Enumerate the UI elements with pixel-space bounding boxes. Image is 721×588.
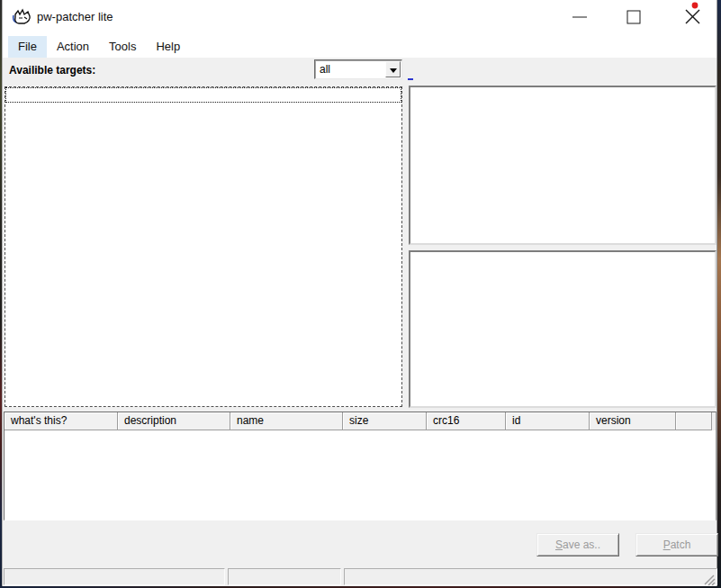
table-body-empty[interactable] [5,430,716,520]
screen: pw-patcher lite File [0,0,721,588]
column-header-name[interactable]: name [230,412,343,430]
column-header-whats-this[interactable]: what's this? [5,412,118,430]
save-as-button[interactable]: Save as.. [536,533,619,556]
app-icon [11,7,32,29]
menu-help[interactable]: Help [146,36,190,58]
save-as-label: ave as.. [563,538,600,551]
files-table[interactable]: what's this? description name size crc16… [4,412,716,520]
table-header-row: what's this? description name size crc16… [5,412,716,430]
app-window: pw-patcher lite File [2,0,717,586]
minimize-button[interactable] [559,0,600,32]
dropdown-button[interactable] [385,61,401,77]
menu-tools[interactable]: Tools [99,36,146,58]
status-bar [3,565,716,586]
save-as-accelerator: S [555,538,563,551]
info-panel-top [409,86,716,245]
menu-bar: File Action Tools Help [3,36,716,58]
column-header-size[interactable]: size [343,412,427,430]
status-panel-3 [344,568,717,585]
patch-accelerator: P [663,538,671,551]
maximize-button[interactable] [613,0,654,32]
info-panel-bottom [409,250,716,408]
column-header-crc16[interactable]: crc16 [427,412,506,430]
desktop-background-right [717,0,721,588]
targets-filter-dropdown[interactable]: all [314,59,402,79]
title-bar[interactable]: pw-patcher lite [3,0,716,36]
status-panel-1 [4,568,225,585]
cursor-dot [692,3,698,9]
maximize-icon [613,0,654,32]
minimize-icon [559,0,600,32]
patch-button[interactable]: Patch [635,533,718,556]
column-header-id[interactable]: id [506,412,590,430]
column-header-description[interactable]: description [118,412,230,430]
dropdown-selected-value: all [320,63,330,76]
listbox-focus-rect [5,87,401,103]
status-panel-2 [228,568,341,585]
available-targets-listbox[interactable] [5,86,402,407]
window-title: pw-patcher lite [37,10,113,23]
resize-grip[interactable] [703,574,716,585]
link-underscore[interactable] [408,78,413,80]
patch-label: atch [671,538,691,551]
close-button[interactable] [667,0,708,32]
column-header-stub [676,412,712,430]
close-icon [667,0,708,32]
menu-file[interactable]: File [8,36,47,58]
menu-action[interactable]: Action [47,36,99,58]
column-header-version[interactable]: version [590,412,676,430]
chevron-down-icon [390,68,397,73]
available-targets-label: Availible targets: [9,64,95,77]
